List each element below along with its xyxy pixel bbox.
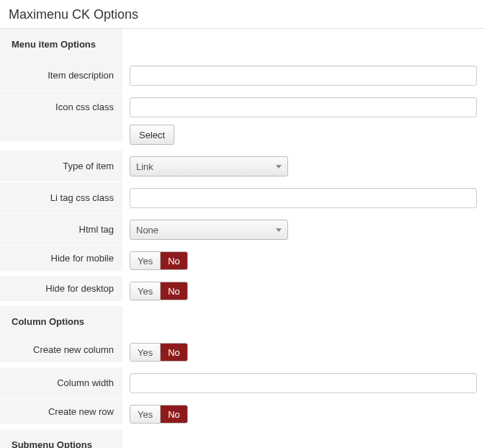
- row-create-new-column: Create new column Yes No: [0, 337, 484, 367]
- label-html-tag: Html tag: [0, 214, 122, 245]
- toggle-hide-desktop-no[interactable]: No: [161, 282, 187, 300]
- select-html-tag[interactable]: None: [130, 220, 288, 240]
- label-li-tag-css-class: Li tag css class: [0, 182, 122, 213]
- row-hide-for-desktop: Hide for desktop Yes No: [0, 276, 484, 306]
- section-submenu-options: Submenu Options: [0, 429, 484, 448]
- toggle-create-column-no[interactable]: No: [161, 344, 187, 361]
- label-item-description: Item description: [0, 60, 122, 91]
- row-type-of-item: Type of item Link: [0, 151, 484, 182]
- section-header-label: Menu item Options: [0, 29, 122, 60]
- section-header-label: Column Options: [0, 306, 122, 337]
- row-html-tag: Html tag None: [0, 214, 484, 246]
- input-item-description[interactable]: [130, 66, 477, 86]
- toggle-create-row-no[interactable]: No: [161, 406, 187, 423]
- toggle-create-new-row: Yes No: [130, 405, 188, 424]
- toggle-hide-desktop-yes[interactable]: Yes: [130, 282, 161, 300]
- toggle-hide-for-mobile: Yes No: [130, 251, 188, 270]
- select-html-tag-value: None: [136, 225, 158, 236]
- label-type-of-item: Type of item: [0, 151, 122, 182]
- toggle-create-column-yes[interactable]: Yes: [130, 344, 161, 361]
- row-item-description: Item description: [0, 60, 484, 91]
- options-panel: Menu item Options Item description Icon …: [0, 28, 484, 448]
- row-icon-css-class: Icon css class Select: [0, 91, 484, 151]
- section-column-options: Column Options: [0, 306, 484, 337]
- page-title: Maximenu CK Options: [0, 0, 484, 28]
- label-create-new-column: Create new column: [0, 337, 122, 362]
- row-li-tag-css-class: Li tag css class: [0, 182, 484, 214]
- section-menu-item-options: Menu item Options: [0, 29, 484, 60]
- label-icon-css-class: Icon css class: [0, 91, 122, 141]
- label-hide-for-desktop: Hide for desktop: [0, 276, 122, 301]
- toggle-create-row-yes[interactable]: Yes: [130, 406, 161, 423]
- toggle-hide-mobile-yes[interactable]: Yes: [130, 252, 161, 269]
- row-column-width: Column width: [0, 367, 484, 399]
- select-icon-button[interactable]: Select: [130, 125, 174, 145]
- row-create-new-row: Create new row Yes No: [0, 399, 484, 429]
- input-icon-css-class[interactable]: [130, 97, 477, 117]
- label-create-new-row: Create new row: [0, 399, 122, 424]
- section-header-label: Submenu Options: [0, 429, 122, 448]
- row-hide-for-mobile: Hide for mobile Yes No: [0, 246, 484, 276]
- input-column-width[interactable]: [130, 373, 477, 393]
- select-type-of-item[interactable]: Link: [130, 156, 288, 176]
- label-hide-for-mobile: Hide for mobile: [0, 246, 122, 271]
- input-li-tag-css-class[interactable]: [130, 188, 477, 208]
- toggle-create-new-column: Yes No: [130, 343, 188, 362]
- toggle-hide-mobile-no[interactable]: No: [161, 252, 187, 269]
- chevron-down-icon: [276, 165, 282, 169]
- toggle-hide-for-desktop: Yes No: [130, 282, 188, 300]
- chevron-down-icon: [276, 228, 282, 232]
- select-type-of-item-value: Link: [136, 161, 153, 172]
- label-column-width: Column width: [0, 367, 122, 398]
